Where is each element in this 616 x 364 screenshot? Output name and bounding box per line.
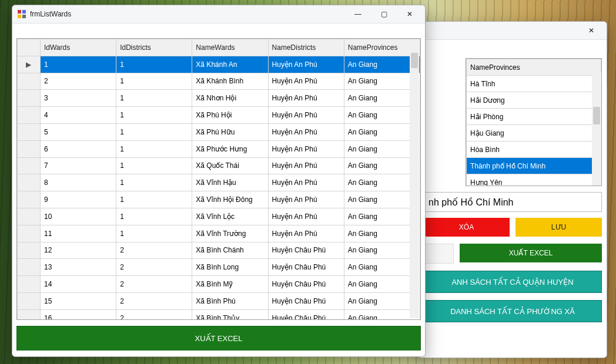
cell-nameprovinces[interactable]: An Giang: [344, 309, 420, 320]
cell-namewards[interactable]: Xã Bình Long: [192, 259, 268, 276]
cell-iddistricts[interactable]: 1: [116, 123, 192, 140]
cell-idwards[interactable]: 1: [40, 56, 116, 73]
cell-nameprovinces[interactable]: An Giang: [344, 90, 420, 107]
cell-iddistricts[interactable]: 1: [116, 56, 192, 73]
cell-namewards[interactable]: Xã Phước Hưng: [192, 140, 268, 157]
table-row[interactable]: Hậu Giang: [467, 125, 601, 141]
cell-iddistricts[interactable]: 2: [116, 292, 192, 309]
cell-iddistricts[interactable]: 1: [116, 140, 192, 157]
table-row[interactable]: 152Xã Bình PhúHuyện Châu PhúAn Giang: [18, 292, 420, 309]
cell-namedistricts[interactable]: Huyện An Phú: [268, 90, 344, 107]
cell-namewards[interactable]: Xã Quốc Thái: [192, 157, 268, 174]
table-row[interactable]: 81Xã Vĩnh HậuHuyện An PhúAn Giang: [18, 174, 420, 191]
cell-iddistricts[interactable]: 1: [116, 107, 192, 124]
cell-idwards[interactable]: 3: [40, 90, 116, 107]
titlebar[interactable]: ✕: [419, 22, 607, 40]
cell-nameprovinces[interactable]: An Giang: [344, 140, 420, 157]
cell-idwards[interactable]: 15: [40, 292, 116, 309]
cell-nameprovinces[interactable]: An Giang: [344, 123, 420, 140]
cell-namedistricts[interactable]: Huyện Châu Phú: [268, 292, 344, 309]
scrollbar-vertical[interactable]: [410, 53, 419, 318]
cell-idwards[interactable]: 7: [40, 157, 116, 174]
table-row[interactable]: Hưng Yên: [467, 174, 601, 187]
cell-namewards[interactable]: Xã Vĩnh Trường: [192, 225, 268, 242]
table-row[interactable]: 31Xã Nhơn HộiHuyện An PhúAn Giang: [18, 90, 420, 107]
close-button[interactable]: ✕: [578, 22, 604, 39]
cell-namewards[interactable]: Xã Phú Hội: [192, 107, 268, 124]
unknown-small-button[interactable]: [423, 244, 454, 264]
cell-nameprovinces[interactable]: An Giang: [344, 292, 420, 309]
cell-idwards[interactable]: 5: [40, 123, 116, 140]
cell-idwards[interactable]: 6: [40, 140, 116, 157]
cell-province[interactable]: Hậu Giang: [467, 125, 601, 141]
cell-namedistricts[interactable]: Huyện An Phú: [268, 140, 344, 157]
cell-idwards[interactable]: 8: [40, 174, 116, 191]
cell-namewards[interactable]: Xã Phú Hữu: [192, 123, 268, 140]
table-row[interactable]: 132Xã Bình LongHuyện Châu PhúAn Giang: [18, 259, 420, 276]
cell-province[interactable]: Hòa Bình: [467, 141, 601, 158]
cell-idwards[interactable]: 12: [40, 242, 116, 259]
table-row[interactable]: Hà Tĩnh: [467, 76, 601, 92]
table-row[interactable]: 122Xã Bình ChánhHuyện Châu PhúAn Giang: [18, 242, 420, 259]
col-iddistricts[interactable]: IdDistricts: [116, 39, 192, 56]
cell-iddistricts[interactable]: 2: [116, 242, 192, 259]
cell-iddistricts[interactable]: 1: [116, 90, 192, 107]
cell-namewards[interactable]: Xã Vĩnh Lộc: [192, 208, 268, 225]
province-name-input[interactable]: [423, 192, 602, 212]
col-namewards[interactable]: NameWards: [192, 39, 268, 56]
cell-namewards[interactable]: Xã Bình Mỹ: [192, 276, 268, 293]
table-row[interactable]: 51Xã Phú HữuHuyện An PhúAn Giang: [18, 123, 420, 140]
cell-province[interactable]: Thành phố Hồ Chí Minh: [467, 158, 601, 174]
cell-nameprovinces[interactable]: An Giang: [344, 208, 420, 225]
cell-idwards[interactable]: 9: [40, 191, 116, 208]
cell-namedistricts[interactable]: Huyện An Phú: [268, 73, 344, 90]
table-row[interactable]: 111Xã Vĩnh TrườngHuyện An PhúAn Giang: [18, 225, 420, 242]
cell-namewards[interactable]: Xã Nhơn Hội: [192, 90, 268, 107]
table-row[interactable]: 91Xã Vĩnh Hội ĐôngHuyện An PhúAn Giang: [18, 191, 420, 208]
export-excel-button[interactable]: XUẤT EXCEL: [16, 326, 421, 350]
list-all-wards-button[interactable]: DANH SÁCH TẤT CẢ PHƯỜNG XÃ: [423, 300, 602, 322]
table-row[interactable]: 21Xã Khánh BìnhHuyện An PhúAn Giang: [18, 73, 420, 90]
save-button[interactable]: LƯU: [515, 218, 602, 237]
table-row[interactable]: 162Xã Bình ThủyHuyện Châu PhúAn Giang: [18, 309, 420, 320]
cell-nameprovinces[interactable]: An Giang: [344, 191, 420, 208]
table-row[interactable]: 142Xã Bình MỹHuyện Châu PhúAn Giang: [18, 276, 420, 293]
cell-namewards[interactable]: Xã Khánh An: [192, 56, 268, 73]
cell-namedistricts[interactable]: Huyện Châu Phú: [268, 259, 344, 276]
table-row[interactable]: 41Xã Phú HộiHuyện An PhúAn Giang: [18, 107, 420, 124]
cell-namedistricts[interactable]: Huyện An Phú: [268, 123, 344, 140]
cell-nameprovinces[interactable]: An Giang: [344, 225, 420, 242]
table-row[interactable]: Hải Dương: [467, 92, 601, 109]
provinces-grid[interactable]: NameProvinces Hà TĩnhHải DươngHải PhòngH…: [466, 58, 602, 186]
table-row[interactable]: ▶11Xã Khánh AnHuyện An PhúAn Giang: [18, 56, 420, 73]
export-excel-button[interactable]: XUẤT EXCEL: [460, 244, 602, 262]
cell-nameprovinces[interactable]: An Giang: [344, 73, 420, 90]
titlebar[interactable]: frmListWards — ▢ ✕: [12, 5, 425, 23]
cell-iddistricts[interactable]: 2: [116, 259, 192, 276]
cell-iddistricts[interactable]: 2: [116, 276, 192, 293]
cell-namedistricts[interactable]: Huyện An Phú: [268, 191, 344, 208]
cell-nameprovinces[interactable]: An Giang: [344, 276, 420, 293]
table-row[interactable]: 101Xã Vĩnh LộcHuyện An PhúAn Giang: [18, 208, 420, 225]
list-all-districts-button[interactable]: ANH SÁCH TẤT CẢ QUẬN HUYỆN: [423, 271, 602, 293]
scrollbar-vertical[interactable]: [592, 72, 601, 186]
cell-namewards[interactable]: Xã Vĩnh Hội Đông: [192, 191, 268, 208]
cell-iddistricts[interactable]: 1: [116, 174, 192, 191]
table-row[interactable]: 71Xã Quốc TháiHuyện An PhúAn Giang: [18, 157, 420, 174]
cell-nameprovinces[interactable]: An Giang: [344, 107, 420, 124]
cell-idwards[interactable]: 2: [40, 73, 116, 90]
delete-button[interactable]: XÓA: [423, 218, 510, 237]
cell-province[interactable]: Hải Phòng: [467, 109, 601, 125]
cell-iddistricts[interactable]: 1: [116, 191, 192, 208]
cell-nameprovinces[interactable]: An Giang: [344, 56, 420, 73]
cell-idwards[interactable]: 16: [40, 309, 116, 320]
cell-namewards[interactable]: Xã Vĩnh Hậu: [192, 174, 268, 191]
close-button[interactable]: ✕: [397, 5, 423, 23]
cell-namedistricts[interactable]: Huyện Châu Phú: [268, 242, 344, 259]
table-row[interactable]: Thành phố Hồ Chí Minh: [467, 158, 601, 174]
minimize-button[interactable]: —: [345, 5, 371, 23]
cell-iddistricts[interactable]: 2: [116, 309, 192, 320]
scrollbar-thumb[interactable]: [411, 53, 418, 68]
cell-province[interactable]: Hưng Yên: [467, 174, 601, 187]
table-row[interactable]: Hòa Bình: [467, 141, 601, 158]
